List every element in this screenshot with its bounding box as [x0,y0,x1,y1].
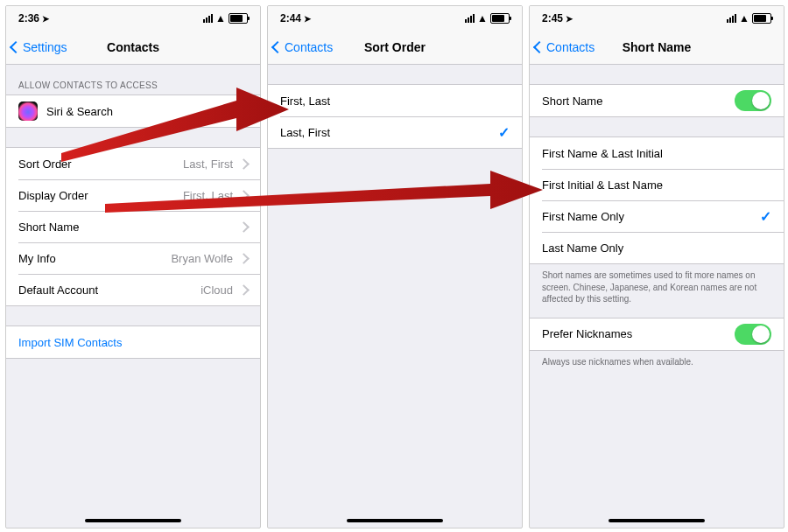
stage: { "screens":[ { "time":"2:36", "back":"S… [0,0,788,532]
signal-icon [465,14,475,23]
status-time: 2:44 [280,12,301,24]
nav-bar: Settings Contacts [6,31,260,65]
screen-sort-order: 2:44 ➤ ▲ Contacts Sort Order First, Last… [267,5,523,528]
chevron-left-icon [271,41,284,53]
section-header: ALLOW CONTACTS TO ACCESS [6,65,260,94]
status-bar: 2:45 ➤ ▲ [530,6,784,31]
nav-bar: Contacts Sort Order [268,31,522,65]
status-time: 2:45 [542,12,563,24]
row-my-info[interactable]: My InfoBryan Wolfe [6,242,260,274]
checkmark-icon: ✓ [760,208,771,225]
option-fn-only[interactable]: First Name Only✓ [530,200,784,232]
nickname-group: Prefer Nicknames [530,318,784,351]
checkmark-icon: ✓ [498,124,510,141]
wifi-icon: ▲ [477,12,488,24]
chevron-left-icon [533,41,545,53]
signal-icon [727,14,736,23]
signal-icon [203,14,213,23]
status-time: 2:36 [18,12,39,24]
settings-group: Sort OrderLast, First Display OrderFirst… [6,147,260,306]
location-icon: ➤ [566,14,573,24]
option-fi-ln[interactable]: First Initial & Last Name [530,169,784,200]
sort-options: First, Last Last, First✓ [268,84,522,149]
row-import-sim[interactable]: Import SIM Contacts [6,326,260,358]
siri-icon [18,102,38,121]
chevron-right-icon [238,106,250,117]
battery-icon [229,13,248,24]
chevron-right-icon [238,253,250,264]
row-display-order[interactable]: Display OrderFirst, Last [6,179,260,211]
back-button[interactable]: Contacts [530,40,595,54]
toggle-switch[interactable] [735,90,771,111]
row-sort-order[interactable]: Sort OrderLast, First [6,148,260,179]
option-ln-only[interactable]: Last Name Only [530,232,784,263]
option-fn-li[interactable]: First Name & Last Initial [530,137,784,169]
chevron-right-icon [238,284,250,296]
home-indicator[interactable] [85,519,181,522]
battery-icon [752,13,771,24]
toggle-switch[interactable] [735,324,771,345]
screen-contacts-settings: 2:36 ➤ ▲ Settings Contacts ALLOW CONTACT… [5,5,261,528]
row-short-name-toggle[interactable]: Short Name [530,85,784,116]
home-indicator[interactable] [609,519,705,522]
option-first-last[interactable]: First, Last [268,85,522,116]
wifi-icon: ▲ [215,12,226,24]
option-last-first[interactable]: Last, First✓ [268,116,522,148]
row-default-account[interactable]: Default AccountiCloud [6,274,260,305]
location-icon: ➤ [304,14,311,24]
chevron-right-icon [238,190,250,201]
footer-note: Short names are sometimes used to fit mo… [530,264,784,305]
footer-note: Always use nicknames when available. [530,351,784,368]
row-short-name[interactable]: Short Name [6,211,260,242]
status-bar: 2:44 ➤ ▲ [268,6,522,31]
short-name-options: First Name & Last Initial First Initial … [530,136,784,264]
short-name-toggle-group: Short Name [530,84,784,117]
back-button[interactable]: Settings [6,40,67,54]
back-button[interactable]: Contacts [268,40,333,54]
row-siri-search[interactable]: Siri & Search [6,95,260,127]
chevron-left-icon [10,41,22,53]
chevron-right-icon [238,221,250,233]
battery-icon [490,13,510,24]
wifi-icon: ▲ [739,12,749,24]
siri-group: Siri & Search [6,94,260,128]
chevron-right-icon [238,158,250,170]
home-indicator[interactable] [347,519,443,522]
row-prefer-nicknames[interactable]: Prefer Nicknames [530,318,784,350]
screen-short-name: 2:45 ➤ ▲ Contacts Short Name Short Name … [529,5,784,528]
import-group: Import SIM Contacts [6,326,260,359]
status-bar: 2:36 ➤ ▲ [6,6,260,31]
nav-bar: Contacts Short Name [530,31,784,65]
location-icon: ➤ [42,14,49,24]
